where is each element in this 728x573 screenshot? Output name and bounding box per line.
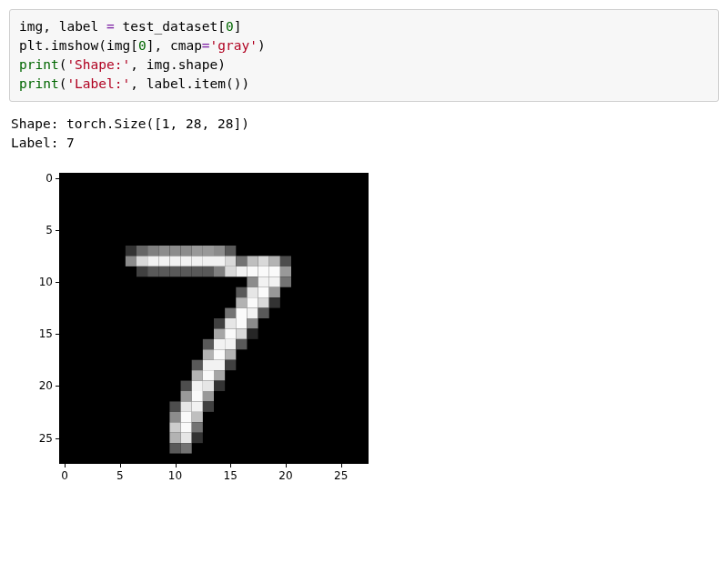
- svg-rect-4: [158, 246, 169, 256]
- svg-rect-72: [203, 360, 214, 370]
- svg-rect-13: [147, 256, 158, 266]
- svg-rect-44: [236, 287, 247, 297]
- svg-rect-91: [192, 412, 203, 422]
- svg-rect-61: [225, 329, 236, 339]
- svg-rect-54: [247, 308, 258, 318]
- output-line-label: Label: 7: [11, 136, 75, 150]
- svg-rect-63: [247, 329, 258, 339]
- svg-rect-47: [269, 287, 280, 297]
- svg-rect-16: [181, 256, 192, 266]
- svg-rect-78: [181, 381, 192, 391]
- heatmap-svg: [59, 173, 369, 464]
- svg-rect-66: [225, 339, 236, 349]
- svg-rect-6: [181, 246, 192, 256]
- mnist-figure: 05101520250510152025: [9, 164, 410, 500]
- svg-rect-64: [203, 339, 214, 349]
- svg-rect-12: [136, 256, 147, 266]
- svg-rect-90: [181, 412, 192, 422]
- heatmap-area: [59, 173, 369, 464]
- svg-rect-79: [192, 381, 203, 391]
- svg-rect-41: [258, 276, 269, 286]
- svg-rect-73: [214, 360, 225, 370]
- svg-rect-11: [126, 256, 136, 266]
- tok-test-dataset: test_dataset: [123, 19, 218, 34]
- tok-img: img: [19, 19, 43, 34]
- svg-rect-52: [225, 308, 236, 318]
- svg-rect-65: [214, 339, 225, 349]
- svg-rect-60: [214, 329, 225, 339]
- svg-rect-8: [203, 246, 214, 256]
- svg-rect-86: [181, 402, 192, 412]
- svg-rect-15: [169, 256, 180, 266]
- svg-rect-81: [214, 381, 225, 391]
- svg-rect-95: [169, 433, 180, 443]
- svg-rect-49: [247, 297, 258, 307]
- svg-rect-68: [203, 349, 214, 359]
- svg-rect-71: [192, 360, 203, 370]
- svg-rect-24: [269, 256, 280, 266]
- svg-rect-9: [214, 246, 225, 256]
- svg-rect-10: [225, 246, 236, 256]
- svg-rect-98: [169, 443, 180, 453]
- svg-rect-97: [192, 433, 203, 443]
- output-line-shape: Shape: torch.Size([1, 28, 28]): [11, 116, 249, 131]
- xtick-label: 10: [168, 469, 182, 482]
- ytick-label: 10: [9, 276, 53, 288]
- svg-rect-43: [280, 276, 291, 286]
- svg-rect-74: [225, 360, 236, 370]
- svg-rect-69: [214, 349, 225, 359]
- svg-rect-80: [203, 381, 214, 391]
- svg-rect-62: [236, 329, 247, 339]
- svg-rect-14: [158, 256, 169, 266]
- svg-rect-42: [269, 276, 280, 286]
- svg-rect-87: [192, 402, 203, 412]
- svg-rect-89: [169, 412, 180, 422]
- svg-rect-1: [126, 246, 136, 256]
- svg-rect-70: [225, 349, 236, 359]
- svg-rect-33: [214, 266, 225, 276]
- svg-rect-55: [258, 308, 269, 318]
- code-line-4: print('Label:', label.item()): [19, 76, 249, 91]
- svg-rect-34: [225, 266, 236, 276]
- svg-rect-93: [181, 422, 192, 432]
- svg-rect-40: [247, 276, 258, 286]
- svg-rect-37: [258, 266, 269, 276]
- svg-rect-75: [192, 370, 203, 380]
- svg-rect-83: [192, 391, 203, 401]
- svg-rect-56: [214, 318, 225, 328]
- svg-rect-51: [269, 297, 280, 307]
- code-line-1: img, label = test_dataset[0]: [19, 19, 242, 34]
- ytick-label: 0: [9, 172, 53, 185]
- ytick-label: 25: [9, 432, 53, 445]
- svg-rect-50: [258, 297, 269, 307]
- svg-rect-26: [136, 266, 147, 276]
- svg-rect-84: [203, 391, 214, 401]
- tok-print: print: [19, 76, 59, 91]
- svg-rect-27: [147, 266, 158, 276]
- xtick-label: 20: [278, 469, 292, 482]
- stdout-output: Shape: torch.Size([1, 28, 28]) Label: 7: [9, 115, 719, 153]
- svg-rect-28: [158, 266, 169, 276]
- svg-rect-35: [236, 266, 247, 276]
- xtick-label: 0: [61, 469, 68, 482]
- svg-rect-2: [136, 246, 147, 256]
- code-line-3: print('Shape:', img.shape): [19, 57, 226, 72]
- svg-rect-39: [280, 266, 291, 276]
- svg-rect-76: [203, 370, 214, 380]
- svg-rect-53: [236, 308, 247, 318]
- code-cell: img, label = test_dataset[0] plt.imshow(…: [9, 9, 719, 102]
- svg-rect-46: [258, 287, 269, 297]
- xtick-label: 25: [334, 469, 348, 482]
- svg-rect-58: [236, 318, 247, 328]
- svg-rect-25: [280, 256, 291, 266]
- svg-rect-57: [225, 318, 236, 328]
- tok-imshow: imshow: [51, 38, 98, 53]
- svg-rect-22: [247, 256, 258, 266]
- svg-rect-32: [203, 266, 214, 276]
- svg-rect-67: [236, 339, 247, 349]
- svg-rect-92: [169, 422, 180, 432]
- svg-rect-23: [258, 256, 269, 266]
- svg-rect-31: [192, 266, 203, 276]
- svg-rect-17: [192, 256, 203, 266]
- tok-print: print: [19, 57, 59, 72]
